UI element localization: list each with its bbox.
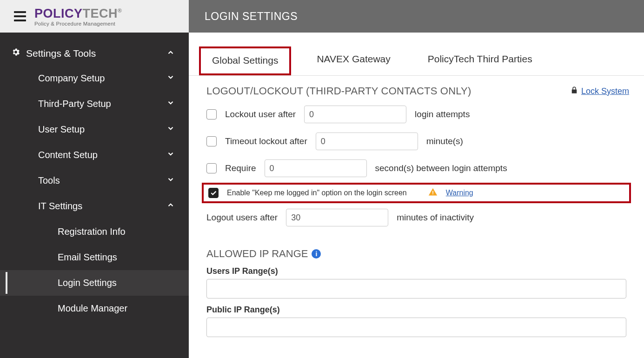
sidebar-item-company-setup[interactable]: Company Setup	[0, 66, 189, 91]
chevron-down-icon	[166, 99, 175, 109]
label-public-ip-range: Public IP Range(s)	[206, 305, 626, 315]
sidebar-item-label: Third-Party Setup	[38, 99, 111, 109]
sidebar-item-tools[interactable]: Tools	[0, 168, 189, 193]
brand-main2: TECH	[83, 7, 118, 21]
lock-system-label: Lock System	[581, 86, 629, 96]
brand-main1: POLICY	[34, 7, 83, 21]
sidebar-head-settings[interactable]: Settings & Tools	[0, 41, 189, 66]
section-title-lockout: LOGOUT/LOCKOUT (THIRD-PARTY CONTACTS ONL…	[206, 85, 471, 97]
sidebar-head-label: Settings & Tools	[26, 48, 96, 59]
sidebar-subitem-login-settings[interactable]: Login Settings	[0, 270, 189, 296]
input-users-ip-range[interactable]	[206, 279, 626, 298]
label-seconds-between: second(s) between login attempts	[375, 163, 507, 173]
label-minutes-inactivity: minutes of inactivity	[397, 212, 474, 223]
tab-navex-gateway[interactable]: NAVEX Gateway	[305, 46, 402, 75]
sidebar: Settings & Tools Company Setup Third-Par…	[0, 33, 189, 358]
section-title-ip-range: ALLOWED IP RANGE	[206, 248, 308, 260]
sidebar-item-label: User Setup	[38, 124, 85, 135]
tabs: Global Settings NAVEX Gateway PolicyTech…	[189, 33, 644, 76]
brand-logo: POLICYTECH® Policy & Procedure Managemen…	[34, 7, 122, 27]
row-keep-logged-in: Enable "Keep me logged in" option on the…	[202, 183, 631, 203]
tab-global-settings[interactable]: Global Settings	[199, 46, 291, 75]
checkbox-require-seconds[interactable]	[206, 163, 217, 173]
page-title: LOGIN SETTINGS	[189, 0, 644, 33]
label-login-attempts: login attempts	[415, 109, 470, 119]
warning-icon	[428, 187, 438, 199]
tab-policytech-third-parties[interactable]: PolicyTech Third Parties	[416, 46, 544, 75]
sidebar-item-label: Company Setup	[38, 73, 105, 84]
label-timeout-lockout: Timeout lockout after	[225, 136, 307, 146]
label-minutes: minute(s)	[426, 136, 463, 146]
warning-link[interactable]: Warning	[446, 189, 473, 197]
sidebar-item-user-setup[interactable]: User Setup	[0, 117, 189, 142]
brand-reg: ®	[118, 7, 122, 14]
chevron-down-icon	[166, 124, 175, 135]
checkbox-timeout-lockout[interactable]	[206, 136, 217, 146]
sidebar-item-label: Tools	[38, 175, 60, 186]
sidebar-item-it-settings[interactable]: IT Settings	[0, 193, 189, 219]
input-timeout-minutes[interactable]	[316, 133, 418, 150]
input-require-seconds[interactable]	[265, 159, 367, 177]
chevron-up-icon	[166, 201, 175, 212]
chevron-down-icon	[166, 175, 175, 186]
hamburger-icon[interactable]	[14, 11, 26, 21]
lock-icon	[570, 86, 578, 97]
sidebar-item-content-setup[interactable]: Content Setup	[0, 142, 189, 168]
label-users-ip-range: Users IP Range(s)	[206, 266, 626, 276]
brand-subtitle: Policy & Procedure Management	[34, 21, 122, 27]
logo-bar: POLICYTECH® Policy & Procedure Managemen…	[0, 0, 189, 33]
label-lockout-user: Lockout user after	[225, 109, 296, 119]
info-icon[interactable]: i	[312, 249, 321, 259]
chevron-up-icon	[166, 48, 175, 59]
input-lockout-attempts[interactable]	[304, 106, 406, 123]
sidebar-item-third-party-setup[interactable]: Third-Party Setup	[0, 91, 189, 117]
label-require: Require	[225, 163, 256, 173]
chevron-down-icon	[166, 73, 175, 84]
label-keep-logged-in: Enable "Keep me logged in" option on the…	[227, 189, 407, 197]
checkbox-lockout-user[interactable]	[206, 109, 217, 119]
label-logout-after: Logout users after	[206, 212, 278, 223]
sidebar-item-label: Content Setup	[38, 150, 98, 160]
sidebar-subitem-module-manager[interactable]: Module Manager	[0, 296, 189, 321]
sidebar-subitem-registration-info[interactable]: Registration Info	[0, 219, 189, 245]
lock-system-link[interactable]: Lock System	[570, 86, 629, 97]
gear-icon	[11, 47, 20, 59]
sidebar-subitem-email-settings[interactable]: Email Settings	[0, 245, 189, 270]
checkbox-keep-logged-in[interactable]	[208, 188, 219, 198]
input-public-ip-range[interactable]	[206, 318, 626, 337]
sidebar-item-label: IT Settings	[38, 201, 82, 212]
chevron-down-icon	[166, 150, 175, 160]
input-logout-minutes[interactable]	[286, 209, 388, 226]
